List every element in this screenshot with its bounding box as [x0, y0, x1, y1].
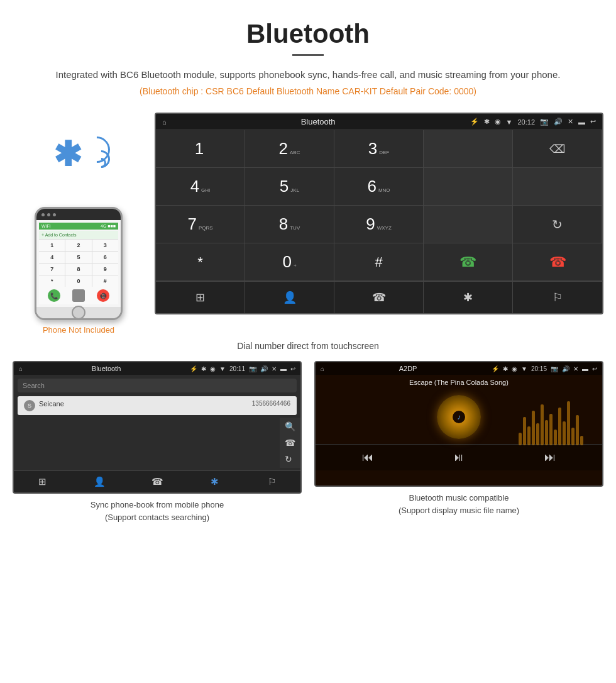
phone-carrier: WIFI [41, 224, 51, 228]
music-screen-wrap: ⌂ A2DP ⚡ ✱ ◉ ▼ 20:15 📷 🔊 ✕ ▬ ↩ Escape (T… [314, 361, 603, 526]
dial-key-0[interactable]: 0 + [245, 243, 334, 281]
phone-dot-2 [47, 213, 50, 216]
music-disc-inner: ♪ [453, 411, 465, 423]
pb-search-icon[interactable]: 🔍 [285, 421, 295, 431]
music-time: 20:15 [531, 365, 547, 372]
phone-illustration-area: ✱ WIFI 4G ■■■ + Add to Contacts [13, 113, 145, 335]
phone-video-button[interactable] [72, 289, 85, 302]
page-title: Bluetooth [13, 19, 603, 49]
dial-key-star[interactable]: * [156, 243, 245, 281]
phone-key-0: 0 [65, 275, 91, 287]
phone-top-bar [36, 209, 121, 220]
phone-add-contact: + Add to Contacts [39, 231, 118, 240]
eq-bar-3 [527, 426, 531, 445]
usb-icon: ⚡ [470, 118, 479, 126]
music-bt-note-icon: ♪ [457, 413, 461, 421]
dial-empty-4 [424, 206, 513, 243]
pb-grid-icon[interactable]: ⊞ [14, 476, 71, 487]
dial-key-4[interactable]: 4 GHI [156, 168, 245, 206]
pb-phone-icon[interactable]: ☎ [128, 476, 185, 487]
dial-call-button[interactable]: ☎ [424, 243, 513, 281]
signal-arcs-icon [88, 136, 110, 170]
bt-status-icon: ✱ [484, 118, 490, 126]
phonebook-toolbar: ⊞ 👤 ☎ ✱ ⚐ [14, 470, 300, 492]
phone-key-3: 3 [92, 240, 118, 251]
pb-bt-icon-toolbar[interactable]: ✱ [186, 476, 243, 487]
eq-bar-1 [519, 433, 522, 445]
pb-win-icon: ▬ [280, 365, 287, 372]
phone-key-8: 8 [65, 264, 91, 275]
phone-bottom-controls: 📞 📵 [39, 287, 118, 304]
car-dialpad-status-bar: ⌂ Bluetooth ⚡ ✱ ◉ ▼ 20:12 📷 🔊 ✕ ▬ ↩ [156, 114, 602, 130]
dial-key-9[interactable]: 9 WXYZ [334, 206, 424, 243]
contact-item[interactable]: S Seicane 13566664466 [18, 396, 297, 415]
eq-bar-2 [523, 417, 526, 445]
phone-call-button[interactable]: 📞 [48, 289, 60, 302]
dial-key-3[interactable]: 3 DEF [334, 130, 424, 168]
window-icon: ▬ [578, 118, 585, 126]
music-close-icon: ✕ [573, 365, 578, 372]
toolbar-phone-icon[interactable]: ☎ [334, 282, 424, 313]
phonebook-search-bar[interactable]: Search [18, 379, 297, 392]
pb-call-icon[interactable]: ☎ [285, 438, 295, 448]
toolbar-link-icon[interactable]: ⚐ [513, 282, 602, 313]
dial-key-2[interactable]: 2 ABC [245, 130, 334, 168]
close-icon: ✕ [568, 118, 573, 126]
music-loc-icon: ◉ [512, 365, 517, 372]
phone-not-included-label: Phone Not Included [43, 325, 114, 335]
dialpad-grid: 1 2 ABC 3 DEF ⌫ [156, 130, 602, 281]
dial-key-hash[interactable]: # [334, 243, 424, 281]
dial-empty-1 [424, 130, 513, 168]
music-title: A2DP [328, 365, 488, 372]
play-pause-button[interactable]: ⏯ [453, 451, 465, 464]
eq-bar-9 [554, 430, 557, 445]
dial-key-1[interactable]: 1 [156, 130, 245, 168]
music-screen: ⌂ A2DP ⚡ ✱ ◉ ▼ 20:15 📷 🔊 ✕ ▬ ↩ Escape (T… [314, 361, 603, 487]
contact-number: 13566664466 [252, 400, 290, 411]
phone-dot-1 [41, 213, 45, 216]
music-usb-icon: ⚡ [492, 365, 499, 372]
back-icon: ↩ [590, 118, 596, 126]
phonebook-screen: ⌂ Bluetooth ⚡ ✱ ◉ ▼ 20:11 📷 🔊 ✕ ▬ ↩ Sear… [13, 361, 302, 494]
dial-key-6[interactable]: 6 MNO [334, 168, 424, 206]
phone-end-button[interactable]: 📵 [97, 289, 109, 302]
toolbar-user-icon[interactable]: 👤 [245, 282, 334, 313]
music-vol-icon: 🔊 [562, 365, 569, 372]
music-art-area: ♪ [316, 390, 602, 444]
next-button[interactable]: ⏭ [544, 451, 556, 464]
main-content-area: ✱ WIFI 4G ■■■ + Add to Contacts [0, 113, 616, 335]
phone-key-hash: # [92, 275, 118, 287]
prev-button[interactable]: ⏮ [362, 451, 373, 464]
phone-status-bar: WIFI 4G ■■■ [39, 223, 118, 230]
car-dialpad-screen: ⌂ Bluetooth ⚡ ✱ ◉ ▼ 20:12 📷 🔊 ✕ ▬ ↩ 1 [155, 113, 603, 314]
pb-spacer [14, 418, 280, 468]
title-underline [292, 54, 324, 56]
music-win-icon: ▬ [582, 365, 588, 372]
pb-user-icon[interactable]: 👤 [71, 476, 128, 487]
location-icon: ◉ [495, 118, 501, 126]
music-home-icon: ⌂ [321, 365, 324, 372]
dial-refresh[interactable]: ↻ [513, 206, 602, 243]
dial-empty-3 [513, 168, 602, 206]
pb-refresh-icon[interactable]: ↻ [285, 454, 295, 464]
dial-end-button[interactable]: ☎ [513, 243, 602, 281]
eq-bar-10 [558, 408, 561, 445]
toolbar-grid-icon[interactable]: ⊞ [156, 282, 245, 313]
dial-key-5[interactable]: 5 JKL [245, 168, 334, 206]
phone-key-2: 2 [65, 240, 91, 251]
toolbar-bt-icon[interactable]: ✱ [424, 282, 513, 313]
phone-screen: WIFI 4G ■■■ + Add to Contacts 1 2 3 4 5 … [36, 220, 121, 307]
eq-bar-7 [545, 420, 548, 445]
phone-key-star: * [39, 275, 65, 287]
dial-backspace[interactable]: ⌫ [513, 130, 602, 168]
phonebook-title: Bluetooth [26, 365, 186, 372]
music-camera-icon: 📷 [551, 365, 558, 372]
dial-key-8[interactable]: 8 TUV [245, 206, 334, 243]
phone-key-5: 5 [65, 252, 91, 263]
pb-time: 20:11 [229, 365, 245, 372]
phone-home-button[interactable] [72, 306, 85, 319]
dial-key-7[interactable]: 7 PQRS [156, 206, 245, 243]
pb-link-icon[interactable]: ⚐ [243, 476, 300, 487]
phone-key-1: 1 [39, 240, 65, 251]
page-header: Bluetooth Integrated with BC6 Bluetooth … [0, 0, 616, 113]
